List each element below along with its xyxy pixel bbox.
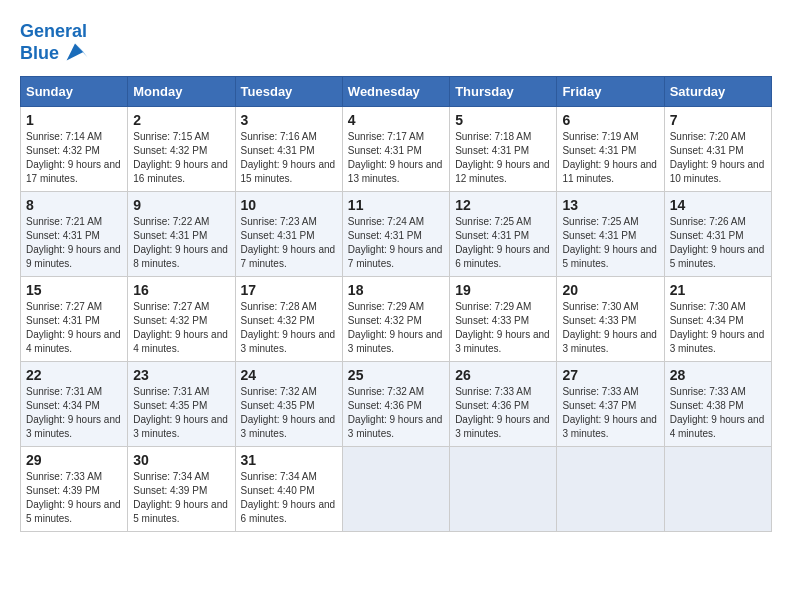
sunset: Sunset: 4:34 PM [670, 315, 744, 326]
day-number: 3 [241, 112, 337, 128]
sunrise: Sunrise: 7:27 AM [26, 301, 102, 312]
calendar-cell: 16Sunrise: 7:27 AMSunset: 4:32 PMDayligh… [128, 276, 235, 361]
calendar-cell: 3Sunrise: 7:16 AMSunset: 4:31 PMDaylight… [235, 106, 342, 191]
day-number: 6 [562, 112, 658, 128]
calendar-cell: 20Sunrise: 7:30 AMSunset: 4:33 PMDayligh… [557, 276, 664, 361]
day-number: 4 [348, 112, 444, 128]
day-info: Sunrise: 7:26 AMSunset: 4:31 PMDaylight:… [670, 215, 766, 271]
daylight: Daylight: 9 hours and 3 minutes. [348, 414, 443, 439]
daylight: Daylight: 9 hours and 3 minutes. [26, 414, 121, 439]
calendar-cell: 25Sunrise: 7:32 AMSunset: 4:36 PMDayligh… [342, 361, 449, 446]
sunset: Sunset: 4:31 PM [133, 230, 207, 241]
sunset: Sunset: 4:38 PM [670, 400, 744, 411]
day-number: 20 [562, 282, 658, 298]
day-info: Sunrise: 7:33 AMSunset: 4:38 PMDaylight:… [670, 385, 766, 441]
sunset: Sunset: 4:32 PM [241, 315, 315, 326]
sunset: Sunset: 4:31 PM [348, 145, 422, 156]
calendar-cell: 11Sunrise: 7:24 AMSunset: 4:31 PMDayligh… [342, 191, 449, 276]
sunset: Sunset: 4:37 PM [562, 400, 636, 411]
day-info: Sunrise: 7:33 AMSunset: 4:39 PMDaylight:… [26, 470, 122, 526]
day-info: Sunrise: 7:34 AMSunset: 4:39 PMDaylight:… [133, 470, 229, 526]
calendar-cell: 1Sunrise: 7:14 AMSunset: 4:32 PMDaylight… [21, 106, 128, 191]
sunrise: Sunrise: 7:20 AM [670, 131, 746, 142]
calendar-cell: 4Sunrise: 7:17 AMSunset: 4:31 PMDaylight… [342, 106, 449, 191]
day-info: Sunrise: 7:19 AMSunset: 4:31 PMDaylight:… [562, 130, 658, 186]
daylight: Daylight: 9 hours and 5 minutes. [26, 499, 121, 524]
col-header-wednesday: Wednesday [342, 76, 449, 106]
calendar-cell: 13Sunrise: 7:25 AMSunset: 4:31 PMDayligh… [557, 191, 664, 276]
day-info: Sunrise: 7:27 AMSunset: 4:31 PMDaylight:… [26, 300, 122, 356]
day-info: Sunrise: 7:18 AMSunset: 4:31 PMDaylight:… [455, 130, 551, 186]
sunset: Sunset: 4:32 PM [133, 315, 207, 326]
calendar-cell: 7Sunrise: 7:20 AMSunset: 4:31 PMDaylight… [664, 106, 771, 191]
sunrise: Sunrise: 7:32 AM [241, 386, 317, 397]
calendar-cell: 9Sunrise: 7:22 AMSunset: 4:31 PMDaylight… [128, 191, 235, 276]
calendar-cell: 6Sunrise: 7:19 AMSunset: 4:31 PMDaylight… [557, 106, 664, 191]
sunrise: Sunrise: 7:33 AM [26, 471, 102, 482]
day-number: 21 [670, 282, 766, 298]
logo-icon [61, 38, 89, 66]
daylight: Daylight: 9 hours and 4 minutes. [26, 329, 121, 354]
week-row-4: 22Sunrise: 7:31 AMSunset: 4:34 PMDayligh… [21, 361, 772, 446]
daylight: Daylight: 9 hours and 7 minutes. [241, 244, 336, 269]
sunrise: Sunrise: 7:33 AM [670, 386, 746, 397]
daylight: Daylight: 9 hours and 3 minutes. [241, 414, 336, 439]
logo: General Blue [20, 22, 89, 66]
calendar-cell: 10Sunrise: 7:23 AMSunset: 4:31 PMDayligh… [235, 191, 342, 276]
daylight: Daylight: 9 hours and 5 minutes. [133, 499, 228, 524]
sunset: Sunset: 4:36 PM [348, 400, 422, 411]
sunrise: Sunrise: 7:34 AM [241, 471, 317, 482]
daylight: Daylight: 9 hours and 5 minutes. [670, 244, 765, 269]
daylight: Daylight: 9 hours and 7 minutes. [348, 244, 443, 269]
daylight: Daylight: 9 hours and 4 minutes. [133, 329, 228, 354]
day-number: 7 [670, 112, 766, 128]
day-info: Sunrise: 7:31 AMSunset: 4:34 PMDaylight:… [26, 385, 122, 441]
daylight: Daylight: 9 hours and 17 minutes. [26, 159, 121, 184]
col-header-sunday: Sunday [21, 76, 128, 106]
sunrise: Sunrise: 7:22 AM [133, 216, 209, 227]
day-number: 17 [241, 282, 337, 298]
day-info: Sunrise: 7:29 AMSunset: 4:32 PMDaylight:… [348, 300, 444, 356]
sunset: Sunset: 4:31 PM [562, 145, 636, 156]
sunrise: Sunrise: 7:17 AM [348, 131, 424, 142]
day-info: Sunrise: 7:33 AMSunset: 4:36 PMDaylight:… [455, 385, 551, 441]
daylight: Daylight: 9 hours and 11 minutes. [562, 159, 657, 184]
sunrise: Sunrise: 7:26 AM [670, 216, 746, 227]
sunrise: Sunrise: 7:30 AM [670, 301, 746, 312]
header: General Blue [20, 18, 772, 66]
sunset: Sunset: 4:36 PM [455, 400, 529, 411]
calendar-cell: 2Sunrise: 7:15 AMSunset: 4:32 PMDaylight… [128, 106, 235, 191]
day-number: 19 [455, 282, 551, 298]
sunset: Sunset: 4:31 PM [26, 315, 100, 326]
daylight: Daylight: 9 hours and 13 minutes. [348, 159, 443, 184]
day-info: Sunrise: 7:32 AMSunset: 4:36 PMDaylight:… [348, 385, 444, 441]
sunset: Sunset: 4:33 PM [562, 315, 636, 326]
calendar-cell: 31Sunrise: 7:34 AMSunset: 4:40 PMDayligh… [235, 446, 342, 531]
sunset: Sunset: 4:32 PM [133, 145, 207, 156]
day-number: 11 [348, 197, 444, 213]
sunset: Sunset: 4:39 PM [133, 485, 207, 496]
calendar-cell: 28Sunrise: 7:33 AMSunset: 4:38 PMDayligh… [664, 361, 771, 446]
day-info: Sunrise: 7:27 AMSunset: 4:32 PMDaylight:… [133, 300, 229, 356]
daylight: Daylight: 9 hours and 3 minutes. [455, 329, 550, 354]
day-number: 29 [26, 452, 122, 468]
day-number: 25 [348, 367, 444, 383]
daylight: Daylight: 9 hours and 12 minutes. [455, 159, 550, 184]
day-info: Sunrise: 7:20 AMSunset: 4:31 PMDaylight:… [670, 130, 766, 186]
day-number: 31 [241, 452, 337, 468]
sunset: Sunset: 4:31 PM [348, 230, 422, 241]
sunset: Sunset: 4:32 PM [26, 145, 100, 156]
sunset: Sunset: 4:33 PM [455, 315, 529, 326]
calendar-cell: 19Sunrise: 7:29 AMSunset: 4:33 PMDayligh… [450, 276, 557, 361]
day-info: Sunrise: 7:17 AMSunset: 4:31 PMDaylight:… [348, 130, 444, 186]
sunset: Sunset: 4:39 PM [26, 485, 100, 496]
day-number: 12 [455, 197, 551, 213]
daylight: Daylight: 9 hours and 3 minutes. [455, 414, 550, 439]
day-number: 28 [670, 367, 766, 383]
daylight: Daylight: 9 hours and 15 minutes. [241, 159, 336, 184]
sunrise: Sunrise: 7:33 AM [455, 386, 531, 397]
calendar-cell [342, 446, 449, 531]
sunset: Sunset: 4:35 PM [241, 400, 315, 411]
daylight: Daylight: 9 hours and 3 minutes. [562, 329, 657, 354]
logo-text2: Blue [20, 44, 59, 64]
